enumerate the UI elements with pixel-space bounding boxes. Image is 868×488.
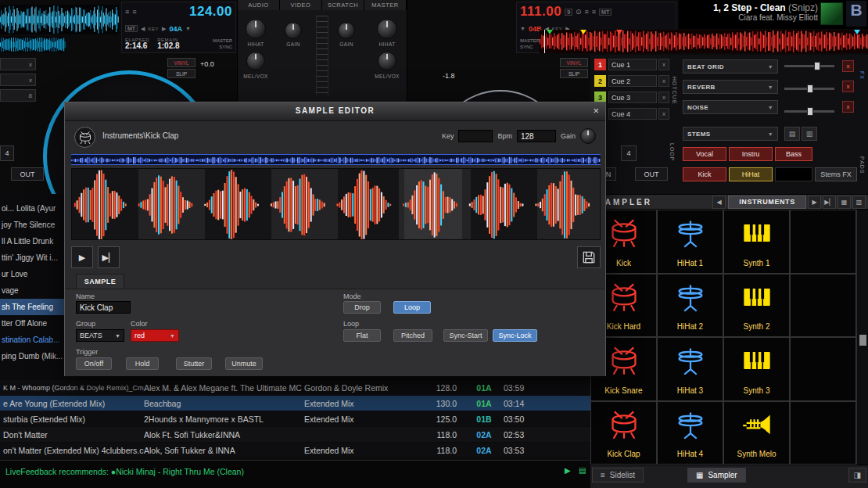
sampler-volume-strip[interactable]	[856, 210, 868, 465]
sampler-pad-synth-2[interactable]: Synth 2	[723, 274, 790, 338]
deck-b-loop-out-button[interactable]: OUT	[635, 167, 668, 181]
fx-slot-3-close[interactable]: x	[842, 101, 854, 113]
master-label[interactable]: MASTER	[213, 38, 232, 44]
deck-a-vinyl-button[interactable]: VINYL	[167, 58, 195, 67]
loop-flat-button[interactable]: Flat	[343, 329, 381, 342]
stems-view-icon[interactable]: ▤	[784, 127, 800, 141]
slider-handle[interactable]	[814, 62, 820, 70]
sampler-pad-hihat-3[interactable]: HiHat 3	[657, 337, 723, 401]
deck-a-mt-badge[interactable]: MT	[125, 25, 138, 32]
list-item[interactable]: vage	[0, 282, 64, 299]
color-select[interactable]: red▼	[131, 329, 179, 342]
trigger-unmute-button[interactable]: Unmute	[225, 357, 263, 370]
slider-handle[interactable]	[807, 107, 813, 116]
hotcue-2-delete[interactable]: x	[658, 75, 669, 87]
master-label[interactable]: MASTER	[520, 38, 540, 44]
livefeedback-text[interactable]: LiveFeedback recommends: ●Nicki Minaj - …	[5, 467, 244, 476]
list-item[interactable]: stination Calab...	[0, 332, 64, 348]
beats-view-icon[interactable]: ≡	[132, 8, 136, 16]
sync-label[interactable]: SYNC	[520, 45, 540, 50]
fx-close-button[interactable]: x	[0, 58, 36, 70]
sampler-pad-synth-3[interactable]: Synth 3	[723, 337, 790, 401]
cue-marker[interactable]	[547, 30, 553, 34]
loop-sync-start-button[interactable]: Sync-Start	[443, 329, 488, 342]
fx-slot-1-close[interactable]: x	[842, 60, 854, 72]
fx-slot-1-dropdown[interactable]: BEAT GRID▼	[683, 59, 778, 74]
fx-slot-2-dropdown[interactable]: REVERB▼	[683, 80, 778, 94]
hotcue-2-pad[interactable]: 2	[594, 75, 606, 87]
tab-sidelist[interactable]: ≡Sidelist	[592, 468, 644, 483]
bank-prev-button[interactable]: ◀	[712, 196, 726, 209]
stems-dropdown[interactable]: STEMS▼	[683, 127, 778, 141]
table-row[interactable]: on't Matter (Extended Mix) 4clubbers.com…	[0, 443, 590, 458]
play-button[interactable]: ▶	[71, 246, 93, 268]
fx-slot-2-slider[interactable]	[784, 88, 834, 90]
table-row-selected[interactable]: e Are Young (Extended Mix) Beachbag Exte…	[0, 396, 590, 411]
slider-handle[interactable]	[807, 84, 813, 93]
sampler-pad-hihat-4[interactable]: HiHat 4	[657, 401, 723, 465]
stem-kick-button[interactable]: Kick	[683, 167, 726, 181]
list-icon[interactable]: ▤	[579, 466, 586, 475]
stem-bass-button[interactable]: Bass	[775, 147, 812, 161]
hotcue-1-delete[interactable]: x	[658, 59, 669, 70]
trigger-stutter-button[interactable]: Stutter	[176, 357, 212, 370]
hotcue-2-button[interactable]: Cue 2	[608, 75, 657, 87]
stem-hihat-button[interactable]: HiHat	[729, 167, 773, 181]
play-icon[interactable]: ▶	[565, 466, 571, 475]
hotcue-3-button[interactable]: Cue 3	[608, 92, 657, 103]
mixer-tab-scratch[interactable]: SCRATCH	[322, 0, 364, 10]
bank-last-button[interactable]: ▶▏	[823, 196, 836, 209]
sampler-pad-synth-melo[interactable]: Synth Melo	[723, 401, 790, 465]
sampler-pad-hihat-2[interactable]: HiHat 2	[657, 274, 723, 338]
key-input[interactable]	[458, 130, 493, 142]
list-item-selected[interactable]: sh The Feeling	[0, 299, 64, 315]
sampler-pad-synth-1[interactable]: Synth 1	[723, 210, 790, 274]
stems-fx-button[interactable]: Stems FX	[815, 167, 857, 181]
deck-b-loop-size[interactable]: 4	[621, 145, 637, 161]
loop-pitched-button[interactable]: Pitched	[393, 329, 432, 342]
deck-a-loop-size[interactable]: 4	[0, 145, 14, 161]
save-button[interactable]	[577, 246, 601, 268]
list-item[interactable]: ll A Little Drunk	[0, 233, 64, 249]
cue-marker[interactable]	[580, 30, 586, 34]
list-item[interactable]: ttin' Jiggy Wit i...	[0, 249, 64, 266]
sync-label[interactable]: SYNC	[213, 45, 232, 50]
key-down-icon[interactable]: ◀	[141, 26, 145, 32]
sampler-pad-hihat-1[interactable]: HiHat 1	[657, 210, 723, 274]
chevron-down-icon[interactable]: ▼	[185, 26, 191, 31]
cue-marker[interactable]	[616, 30, 622, 34]
mixer-tab-audio[interactable]: AUDIO	[238, 0, 280, 10]
loop-sync-lock-button[interactable]: Sync-Lock	[493, 329, 537, 342]
cue-marker[interactable]	[854, 30, 860, 34]
fx-slot-3-slider[interactable]	[784, 110, 834, 113]
sample-waveform[interactable]	[71, 168, 601, 240]
hotcue-1-button[interactable]: Cue 1	[608, 59, 657, 70]
chevron-down-icon[interactable]: ▼	[520, 26, 525, 31]
bpm-input[interactable]	[517, 130, 556, 142]
sampler-menu-icon[interactable]: ▥	[852, 196, 866, 209]
fx-beats-button[interactable]: 8	[0, 89, 36, 102]
deck-b-waveform[interactable]	[540, 30, 868, 53]
gain-knob[interactable]	[580, 128, 596, 144]
close-icon[interactable]: ×	[593, 105, 599, 117]
deck-b-mt-badge[interactable]: MT	[599, 9, 612, 16]
grid-view-icon[interactable]: ▦	[838, 196, 851, 209]
play-to-end-button[interactable]: ▶▏	[98, 246, 120, 268]
trigger-hold-button[interactable]: Hold	[126, 357, 159, 370]
deck-a-slip-button[interactable]: SLIP	[167, 69, 195, 78]
melvox-knob-left[interactable]	[246, 52, 265, 70]
melvox-knob-right[interactable]	[378, 52, 396, 70]
slider-handle[interactable]	[859, 335, 866, 346]
sample-overview-strip[interactable]	[71, 154, 601, 165]
dialog-header[interactable]: SAMPLE EDITOR ×	[65, 102, 605, 121]
deck-b-vinyl-button[interactable]: VINYL	[560, 58, 588, 67]
deck-a-waveform[interactable]	[0, 5, 119, 34]
deck-b-letter-badge[interactable]: B	[846, 1, 866, 27]
list-item[interactable]: joy The Silence	[0, 217, 64, 233]
fx-slot-3-dropdown[interactable]: NOISE▼	[683, 100, 778, 114]
bank-next-button[interactable]: ▶	[808, 196, 821, 209]
list-item[interactable]: oi... Lolita (Ayur	[0, 200, 64, 217]
tab-sample[interactable]: SAMPLE	[76, 274, 124, 289]
stems-grid-icon[interactable]: ▥	[802, 127, 817, 141]
mode-drop-button[interactable]: Drop	[343, 301, 381, 314]
